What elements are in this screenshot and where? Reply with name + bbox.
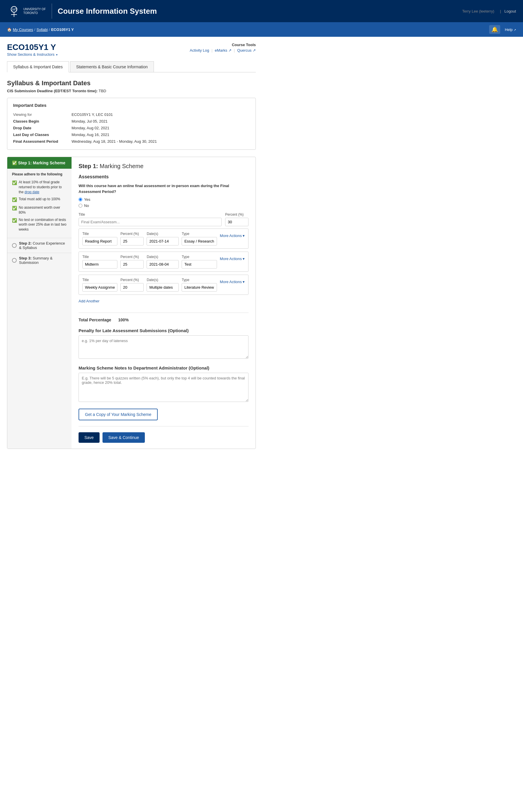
assessment-0-percent-input[interactable] [120, 237, 144, 245]
adhere-item-3: ✅ No assessment worth over 80% [12, 205, 67, 215]
divider-2 [78, 426, 249, 426]
assessment-list: Title Percent (%) Date(s) Type [78, 228, 249, 295]
breadcrumb-syllabi[interactable]: Syllabi [36, 27, 48, 32]
late-penalty-textarea[interactable] [78, 335, 249, 359]
assessments-heading: Assessments [78, 174, 249, 180]
notes-section: Marking Scheme Notes to Department Admin… [78, 365, 249, 403]
crest-icon: UofT [7, 3, 21, 19]
sidebar-step2[interactable]: Step 2: Course Experience & Syllabus [7, 238, 72, 253]
assessment-1-percent-field: Percent (%) [120, 255, 144, 269]
final-exam-percent-input[interactable] [225, 218, 249, 226]
save-button[interactable]: Save [78, 432, 100, 443]
total-percentage-row: Total Percentage 100% [78, 317, 249, 322]
quercus-link[interactable]: Quercus ↗ [237, 48, 256, 53]
assessment-1-dates-input[interactable] [147, 260, 179, 269]
svg-text:UofT: UofT [11, 8, 17, 11]
assessment-row-0: Title Percent (%) Date(s) Type [78, 228, 249, 249]
dropdown-arrow-icon: ▾ [56, 53, 57, 56]
step-layout: ✅ Step 1: Marking Scheme Please adhere t… [7, 157, 256, 449]
assessment-1-title-input[interactable] [82, 260, 118, 269]
university-logo: UofT UNIVERSITY OF TORONTO [7, 3, 52, 19]
step2-radio-icon [12, 243, 17, 248]
late-penalty-title: Penalty for Late Assessment Submissions … [78, 328, 249, 333]
viewing-row: Viewing for ECO105Y1 Y, LEC 0101 [13, 111, 250, 118]
assessment-1-title-field: Title [82, 255, 118, 269]
drop-date-row: Drop Date Monday, Aug 02, 2021 [13, 125, 250, 131]
submission-deadline: CIS Submission Deadline (EDT/EST Toronto… [7, 89, 256, 93]
radio-yes-input[interactable] [78, 198, 82, 201]
assessment-0-dates-field: Date(s) [147, 232, 179, 245]
radio-no-row: No [78, 203, 249, 208]
app-header: UofT UNIVERSITY OF TORONTO Course Inform… [0, 0, 523, 22]
check-icon-3: ✅ [12, 205, 17, 211]
step-content-title: Step 1: Marking Scheme [78, 163, 249, 170]
assessment-1-percent-input[interactable] [120, 260, 144, 269]
tab-syllabus[interactable]: Syllabus & Important Dates [7, 61, 69, 72]
home-icon[interactable]: 🏠 [7, 27, 12, 32]
more-actions-1-dropdown-icon: ▾ [243, 257, 245, 261]
radio-yes-label: Yes [84, 197, 90, 202]
notifications-button[interactable]: 🔔 [489, 25, 500, 34]
get-copy-section: Get a Copy of Your Marking Scheme [78, 409, 249, 420]
last-day-label: Last Day of Classes [13, 131, 72, 138]
adhere-item-2: ✅ Total must add up to 100% [12, 197, 67, 203]
assessment-0-title-input[interactable] [82, 237, 118, 245]
username-display: Terry Lee (leeterry) [462, 9, 494, 14]
last-day-value: Monday, Aug 16, 2021 [72, 131, 250, 138]
check-icon-2: ✅ [12, 197, 17, 203]
tab-statements[interactable]: Statements & Basic Course Information [70, 61, 154, 72]
assessment-0-more-actions-btn[interactable]: More Actions ▾ [220, 232, 245, 240]
classes-begin-value: Monday, Jul 05, 2021 [72, 118, 250, 125]
final-exam-title-wrap: Title [78, 213, 222, 226]
notes-textarea[interactable] [78, 373, 249, 402]
show-sections-link[interactable]: Show Sections & Instructors ▾ [7, 52, 57, 57]
total-label: Total Percentage [78, 317, 111, 322]
assessment-2-percent-input[interactable] [120, 283, 144, 292]
assessment-2-title-field: Title [82, 278, 118, 292]
radio-yes-row: Yes [78, 197, 249, 202]
quercus-external-icon: ↗ [253, 48, 256, 53]
sidebar-step3[interactable]: Step 3: Summary & Submission [7, 253, 72, 267]
assessment-2-more-actions-btn[interactable]: More Actions ▾ [220, 278, 245, 286]
online-final-radio-group: Yes No [78, 197, 249, 208]
assessment-0-dates-input[interactable] [147, 237, 179, 245]
main-content: ECO105Y1 Y Show Sections & Instructors ▾… [0, 37, 263, 462]
classes-begin-row: Classes Begin Monday, Jul 05, 2021 [13, 118, 250, 125]
tab-bar: Syllabus & Important Dates Statements & … [7, 61, 256, 72]
check-icon-1: ✅ [12, 180, 17, 186]
final-exam-percent-wrap: Percent (%) [225, 213, 249, 226]
breadcrumb-my-courses[interactable]: My Courses [13, 27, 33, 32]
assessment-0-type-input[interactable] [182, 237, 217, 245]
assessment-2-title-input[interactable] [82, 283, 118, 292]
syllabus-section-title: Syllabus & Important Dates [7, 79, 256, 87]
assessment-2-type-input[interactable] [182, 283, 217, 292]
total-value: 100% [118, 317, 129, 322]
assessment-1-type-field: Type [182, 255, 217, 269]
activity-log-link[interactable]: Activity Log [190, 48, 209, 53]
save-button-row: Save Save & Continue [78, 432, 249, 443]
external-link-icon: ↗ [513, 28, 516, 32]
sidebar-step1[interactable]: ✅ Step 1: Marking Scheme [7, 157, 72, 169]
radio-no-input[interactable] [78, 204, 82, 207]
assessment-1-type-input[interactable] [182, 260, 217, 269]
add-another-link[interactable]: Add Another [78, 299, 100, 303]
final-exam-title-input[interactable] [78, 218, 222, 226]
assessment-row-2: Title Percent (%) Date(s) Type [78, 275, 249, 295]
final-assessment-value: Wednesday, Aug 18, 2021 - Monday, Aug 30… [72, 138, 250, 145]
help-link[interactable]: Help ↗ [505, 27, 516, 32]
app-title: Course Information System [58, 7, 460, 16]
online-final-question: Will this course have an online final as… [78, 183, 249, 195]
get-copy-button[interactable]: Get a Copy of Your Marking Scheme [78, 409, 158, 420]
assessment-1-more-actions-btn[interactable]: More Actions ▾ [220, 255, 245, 263]
logout-link[interactable]: Logout [504, 9, 516, 14]
drop-date-link[interactable]: drop date [24, 190, 39, 194]
emarks-link[interactable]: eMarks ↗ [215, 48, 232, 53]
final-exam-row: Title Percent (%) [78, 213, 249, 226]
more-actions-0-dropdown-icon: ▾ [243, 234, 245, 238]
save-continue-button[interactable]: Save & Continue [103, 432, 145, 443]
assessment-2-dates-input[interactable] [147, 283, 179, 292]
course-title-section: ECO105Y1 Y Show Sections & Instructors ▾ [7, 43, 57, 57]
assessment-2-dates-field: Date(s) [147, 278, 179, 292]
breadcrumb: 🏠 My Courses / Syllabi / ECO105Y1 Y [7, 27, 74, 32]
viewing-label: Viewing for [13, 111, 72, 118]
